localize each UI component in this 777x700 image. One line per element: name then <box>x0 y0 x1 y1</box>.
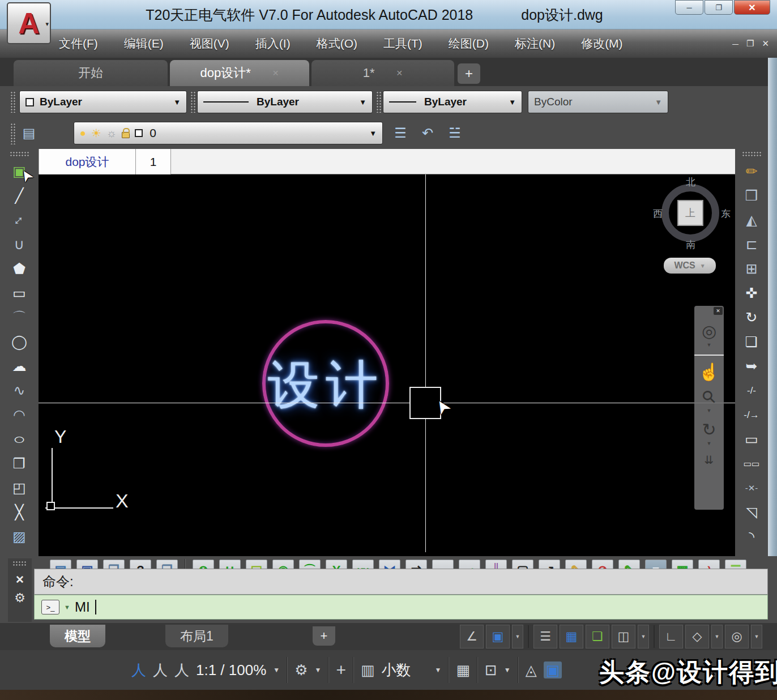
copy-object-icon[interactable]: ❐ <box>7 451 32 476</box>
gear-icon[interactable]: ⚙ <box>294 663 308 677</box>
layer-combo[interactable]: ● ☀ ☼ 0 ▼ <box>74 122 383 144</box>
chevron-down-icon[interactable]: ▼ <box>273 666 280 674</box>
wrench-icon[interactable]: ⚙ <box>14 591 25 605</box>
chevron-down-icon[interactable]: ▼ <box>504 666 511 674</box>
drawing-tab-dop[interactable]: dop设计 <box>39 149 136 174</box>
plus-icon[interactable]: + <box>336 661 346 678</box>
fillet-icon[interactable]: ◝ <box>739 524 764 549</box>
wcs-selector[interactable]: WCS ▼ <box>664 258 716 274</box>
lineweight-icon[interactable]: ☰ <box>533 625 557 648</box>
orbit-icon[interactable]: ↻ <box>702 421 716 438</box>
sun-icon[interactable]: ☀ <box>91 126 101 140</box>
compass-west-label[interactable]: 西 <box>653 207 663 220</box>
units-value[interactable]: 小数 <box>382 660 411 680</box>
extend-icon[interactable]: -/→ <box>739 403 764 427</box>
break-at-point-icon[interactable]: -✕- <box>739 476 764 500</box>
isolate-objects-icon[interactable]: ◬ <box>526 663 537 677</box>
annotation-scale-value[interactable]: 1:1 / 100% <box>196 661 266 679</box>
calculator-icon[interactable]: ▦ <box>456 663 470 677</box>
doc-minimize-icon[interactable]: ─ <box>732 39 738 49</box>
chevron-down-icon[interactable]: ▼ <box>638 625 649 648</box>
annotation-sync-person-icon[interactable]: 人 <box>174 663 189 677</box>
tab-dop-design[interactable]: dop设计* ✕ <box>170 60 309 86</box>
panels-icon[interactable]: ▭▭ <box>739 451 764 476</box>
compass-north-label[interactable]: 北 <box>686 176 695 189</box>
tab-close-icon[interactable]: ✕ <box>272 69 279 78</box>
array-icon[interactable]: ⊞ <box>739 257 764 281</box>
view-cube-icon[interactable]: ◇ <box>685 625 709 648</box>
panel-icon[interactable]: ▭ <box>739 427 764 451</box>
light-bulb-icon[interactable]: ● <box>80 127 86 139</box>
chevron-down-icon[interactable]: ▼ <box>707 441 712 446</box>
plot-style-combo[interactable]: ByColor ▼ <box>528 91 668 113</box>
revision-cloud-icon[interactable]: ☁ <box>7 354 32 378</box>
menu-modify[interactable]: 修改(M) <box>581 36 622 52</box>
compass-south-label[interactable]: 南 <box>686 238 695 251</box>
doc-close-icon[interactable]: ✕ <box>762 39 769 49</box>
toolbar-grip[interactable] <box>10 91 16 113</box>
menu-tools[interactable]: 工具(T) <box>383 36 422 52</box>
viewport-freeze-icon[interactable]: ☼ <box>106 127 117 140</box>
toolbar-grip[interactable] <box>12 561 27 566</box>
command-input[interactable]: >_ ▼ MI <box>34 595 768 620</box>
linetype-combo[interactable]: ByLayer ▼ <box>197 91 373 113</box>
ruler-icon[interactable]: ▥ <box>361 663 375 677</box>
hatch-icon[interactable]: ▨ <box>7 524 32 549</box>
color-swatch-icon[interactable] <box>135 129 143 137</box>
pan-hand-icon[interactable]: ☝ <box>698 364 719 381</box>
menu-format[interactable]: 格式(O) <box>317 36 357 52</box>
layer-properties-icon[interactable]: ▤ <box>19 122 39 144</box>
new-layout-button[interactable]: + <box>313 626 335 646</box>
menu-view[interactable]: 视图(V) <box>190 36 229 52</box>
more-tools-icon[interactable]: ⇊ <box>705 454 714 466</box>
app-logo-button[interactable]: A ▾ <box>7 2 51 44</box>
menu-file[interactable]: 文件(F) <box>59 36 98 52</box>
menu-insert[interactable]: 插入(I) <box>255 36 291 52</box>
scale-icon[interactable]: ❏ <box>739 330 764 354</box>
copy-icon[interactable]: ❒ <box>739 183 764 208</box>
ellipse-icon[interactable]: ○ <box>1 427 38 451</box>
menu-edit[interactable]: 编辑(E) <box>124 36 164 52</box>
toolbar-grip[interactable] <box>742 151 761 157</box>
mirror-icon[interactable]: ◭ <box>739 208 764 232</box>
display-lock-icon[interactable]: ⊡ <box>485 663 497 677</box>
drawing-tab-1[interactable]: 1 <box>136 149 171 174</box>
close-button[interactable]: ✕ <box>734 0 770 15</box>
arc-icon[interactable]: ⌒ <box>7 305 32 330</box>
lineweight-combo[interactable]: ByLayer ▼ <box>383 91 522 113</box>
drawing-canvas[interactable]: dop设计 1 设计 ➤ Y X 北 南 西 东 上 WCS ▼ <box>39 149 735 556</box>
chamfer-icon[interactable]: ◹ <box>739 500 764 524</box>
toolbar-grip[interactable] <box>190 91 196 113</box>
view-cube[interactable]: 北 南 西 东 上 <box>657 178 725 246</box>
trim-icon[interactable]: -/- <box>739 378 764 403</box>
view-cube-top-face[interactable]: 上 <box>677 200 703 226</box>
break-icon[interactable]: ╳ <box>7 500 32 524</box>
lock-open-icon[interactable] <box>122 132 130 138</box>
annotation-scale-cube-icon[interactable]: ◫ <box>612 625 635 648</box>
chevron-down-icon[interactable]: ▼ <box>315 666 322 674</box>
close-icon[interactable]: ✕ <box>15 573 24 586</box>
tab-start[interactable]: 开始 <box>14 60 168 86</box>
annotation-scale-person-icon[interactable]: 人 <box>131 663 146 677</box>
close-icon[interactable]: ✕ <box>714 307 723 315</box>
restore-button[interactable]: ❐ <box>705 0 733 15</box>
command-history[interactable]: 命令: <box>34 569 768 595</box>
tab-layout1[interactable]: 布局1 <box>165 625 228 647</box>
polygon-icon[interactable]: ⬟ <box>7 257 32 281</box>
toolbar-grip[interactable] <box>10 123 16 144</box>
toolbar-grip[interactable] <box>10 151 29 157</box>
doc-restore-icon[interactable]: ❐ <box>746 39 754 49</box>
chevron-down-icon[interactable]: ▼ <box>751 625 762 648</box>
move-icon[interactable]: ✜ <box>739 281 764 305</box>
region-icon[interactable]: ◰ <box>7 476 32 500</box>
steering-wheel-icon[interactable]: ◎ <box>702 323 716 340</box>
new-tab-button[interactable]: + <box>458 63 480 84</box>
chevron-down-icon[interactable]: ▼ <box>707 408 712 413</box>
compass-east-label[interactable]: 东 <box>721 207 731 220</box>
chevron-down-icon[interactable]: ▼ <box>64 604 70 611</box>
spline-icon[interactable]: ∿ <box>7 378 32 403</box>
grid-icon[interactable]: ▦ <box>560 625 583 648</box>
offset-icon[interactable]: ⊏ <box>739 232 764 257</box>
annotation-objects-icon[interactable]: ❏ <box>586 625 609 648</box>
erase-brush-icon[interactable]: ✏ <box>739 159 764 183</box>
